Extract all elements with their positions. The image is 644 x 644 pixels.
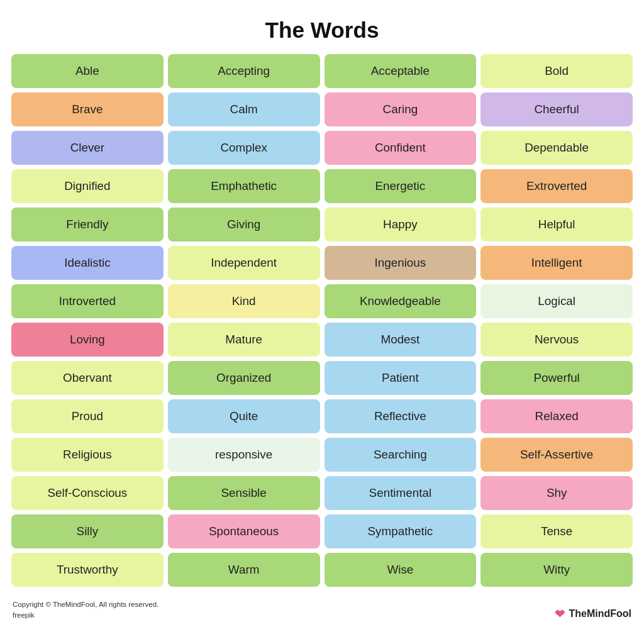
- word-cell: Happy: [325, 208, 477, 242]
- word-cell: Accepting: [168, 54, 320, 88]
- footer: Copyright © TheMindFool, All rights rese…: [6, 592, 638, 624]
- word-cell: Calm: [168, 92, 320, 126]
- word-cell: Loving: [11, 323, 164, 357]
- word-cell: Silly: [11, 514, 164, 548]
- word-cell: Wise: [325, 553, 477, 587]
- word-cell: Introverted: [11, 284, 164, 318]
- word-cell: Witty: [480, 553, 633, 587]
- brand-name: TheMindFool: [569, 608, 631, 619]
- words-grid: AbleAcceptingAcceptableBoldBraveCalmCari…: [6, 54, 638, 587]
- word-cell: Helpful: [480, 208, 633, 242]
- word-cell: Giving: [168, 208, 320, 242]
- word-cell: Energetic: [325, 169, 477, 203]
- word-cell: Clever: [11, 131, 164, 165]
- word-cell: Nervous: [480, 323, 633, 357]
- word-cell: Friendly: [11, 208, 164, 242]
- footer-left: Copyright © TheMindFool, All rights rese…: [13, 599, 158, 621]
- word-cell: Tense: [480, 514, 633, 548]
- word-cell: Knowledgeable: [325, 284, 477, 318]
- word-cell: Sentimental: [325, 476, 477, 510]
- word-cell: Obervant: [11, 361, 164, 395]
- word-cell: Mature: [168, 323, 320, 357]
- word-cell: Relaxed: [480, 399, 633, 433]
- word-cell: Sensible: [168, 476, 320, 510]
- word-cell: Sympathetic: [325, 514, 477, 548]
- word-cell: Self-Assertive: [480, 438, 633, 472]
- word-cell: Warm: [168, 553, 320, 587]
- word-cell: Reflective: [325, 399, 477, 433]
- word-cell: Modest: [325, 323, 477, 357]
- word-cell: Shy: [480, 476, 633, 510]
- word-cell: Spontaneous: [168, 514, 320, 548]
- word-cell: Religious: [11, 438, 164, 472]
- word-cell: Powerful: [480, 361, 633, 395]
- word-cell: Caring: [325, 92, 477, 126]
- word-cell: Logical: [480, 284, 633, 318]
- word-cell: Idealistic: [11, 246, 164, 280]
- word-cell: Brave: [11, 92, 164, 126]
- word-cell: Proud: [11, 399, 164, 433]
- word-cell: Intelligent: [480, 246, 633, 280]
- word-cell: Dignified: [11, 169, 164, 203]
- word-cell: Acceptable: [325, 54, 477, 88]
- word-cell: Complex: [168, 131, 320, 165]
- word-cell: Organized: [168, 361, 320, 395]
- word-cell: Searching: [325, 438, 477, 472]
- brand-logo: ❤ TheMindFool: [555, 607, 631, 621]
- word-cell: Quite: [168, 399, 320, 433]
- word-cell: Emphathetic: [168, 169, 320, 203]
- heart-icon: ❤: [555, 607, 565, 621]
- word-cell: responsive: [168, 438, 320, 472]
- source-text: freepik: [13, 610, 158, 621]
- word-cell: Confident: [325, 131, 477, 165]
- word-cell: Kind: [168, 284, 320, 318]
- word-cell: Trustworthy: [11, 553, 164, 587]
- word-cell: Extroverted: [480, 169, 633, 203]
- word-cell: Dependable: [480, 131, 633, 165]
- word-cell: Self-Conscious: [11, 476, 164, 510]
- copyright-text: Copyright © TheMindFool, All rights rese…: [13, 599, 158, 610]
- word-cell: Ingenious: [325, 246, 477, 280]
- word-cell: Bold: [480, 54, 633, 88]
- word-cell: Able: [11, 54, 164, 88]
- word-cell: Cheerful: [480, 92, 633, 126]
- word-cell: Independent: [168, 246, 320, 280]
- word-cell: Patient: [325, 361, 477, 395]
- page-title: The Words: [6, 18, 638, 43]
